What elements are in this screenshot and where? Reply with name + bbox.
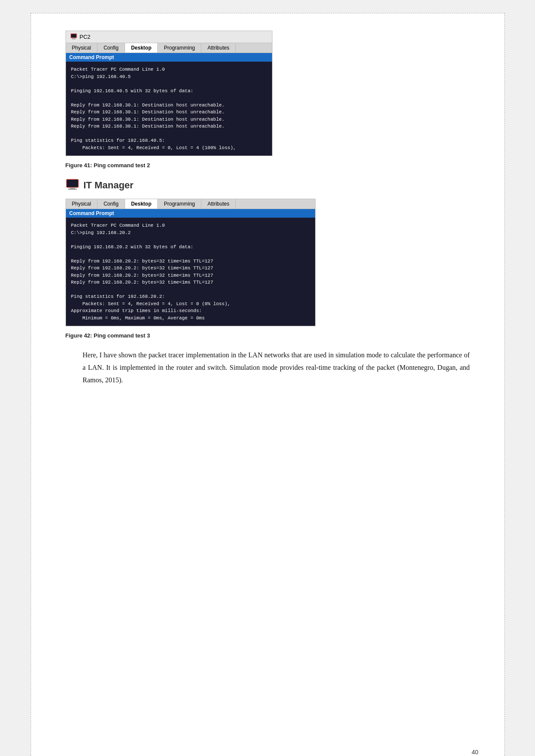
tab-programming-1[interactable]: Programming: [158, 43, 201, 53]
figure-42-block: Physical Config Desktop Programming Attr…: [66, 199, 470, 339]
pc2-titlebar: PC2: [66, 31, 272, 43]
cmd-line: Pinging 192.168.40.5 with 32 bytes of da…: [71, 87, 267, 95]
cmd-line: Reply from 192.168.20.2: bytes=32 time<1…: [71, 258, 310, 265]
cmd-line: Reply from 192.168.20.2: bytes=32 time<1…: [71, 279, 310, 286]
cmd-line: Packet Tracer PC Command Line 1.0: [71, 222, 310, 229]
page-number: 40: [472, 749, 479, 756]
tab-attributes-2[interactable]: Attributes: [201, 199, 236, 209]
cmd-line: Reply from 192.168.20.2: bytes=32 time<1…: [71, 265, 310, 272]
tab-physical-1[interactable]: Physical: [66, 43, 98, 53]
body-paragraph: Here, I have shown the packet tracer imp…: [66, 349, 470, 386]
pc2-window: PC2 Physical Config Desktop Programming …: [66, 31, 272, 156]
svg-rect-6: [70, 187, 75, 189]
it-manager-window: Physical Config Desktop Programming Attr…: [66, 199, 316, 326]
it-manager-header: IT Manager: [66, 177, 470, 194]
pc2-title: PC2: [80, 34, 91, 40]
page: PC2 Physical Config Desktop Programming …: [31, 13, 505, 756]
svg-rect-7: [68, 189, 77, 190]
cmd-line: [71, 130, 267, 137]
svg-rect-2: [72, 39, 76, 39]
cmd-line: [71, 236, 310, 244]
pc2-icon: [70, 33, 77, 41]
svg-rect-1: [72, 38, 75, 39]
cmd-line: [71, 286, 310, 294]
tab-config-2[interactable]: Config: [97, 199, 125, 209]
cmd-line: [71, 80, 267, 87]
cmd-line: Reply from 192.168.30.1: Destination hos…: [71, 109, 267, 116]
cmd-line: Reply from 192.168.30.1: Destination hos…: [71, 102, 267, 109]
cmd-body-1: Packet Tracer PC Command Line 1.0 C:\>pi…: [66, 62, 272, 156]
cmd-line: Reply from 192.168.30.1: Destination hos…: [71, 116, 267, 123]
cmd-line: [71, 94, 267, 102]
cmd-body-2: Packet Tracer PC Command Line 1.0 C:\>pi…: [66, 218, 315, 326]
svg-rect-3: [71, 34, 76, 37]
figure-41-block: PC2 Physical Config Desktop Programming …: [66, 31, 470, 169]
cmd-line: Minimum = 0ms, Maximum = 0ms, Average = …: [71, 315, 310, 322]
cmd-line: Packets: Sent = 4, Received = 0, Lost = …: [71, 144, 267, 152]
tab-desktop-1[interactable]: Desktop: [125, 43, 158, 53]
cmd-line: C:\>ping 192.168.40.5: [71, 73, 267, 81]
cmd-line: Approximate round trip times in milli-se…: [71, 307, 310, 315]
tab-config-1[interactable]: Config: [97, 43, 125, 53]
cmd-line: C:\>ping 192.168.20.2: [71, 229, 310, 237]
it-manager-label: IT Manager: [84, 180, 134, 191]
cmd-line: [71, 250, 310, 258]
cmd-line: Packets: Sent = 4, Received = 4, Lost = …: [71, 300, 310, 308]
cmd-line: Reply from 192.168.20.2: bytes=32 time<1…: [71, 272, 310, 279]
cmd-line: Reply from 192.168.30.1: Destination hos…: [71, 123, 267, 130]
cmd-line: Packet Tracer PC Command Line 1.0: [71, 66, 267, 73]
pc2-tabs: Physical Config Desktop Programming Attr…: [66, 43, 272, 53]
cmd-titlebar-1: Command Prompt: [66, 53, 272, 62]
tab-desktop-2[interactable]: Desktop: [125, 199, 158, 209]
figure-41-caption: Figure 41: Ping command test 2: [66, 162, 470, 169]
figure-42-caption: Figure 42: Ping command test 3: [66, 332, 470, 339]
cmd-titlebar-2: Command Prompt: [66, 209, 315, 218]
tab-attributes-1[interactable]: Attributes: [201, 43, 236, 53]
tab-programming-2[interactable]: Programming: [158, 199, 201, 209]
cmd-line: Pinging 192.168.20.2 with 32 bytes of da…: [71, 244, 310, 251]
cmd-line: Ping statistics for 192.168.20.2:: [71, 293, 310, 300]
it-manager-icon: [66, 177, 79, 194]
cmd-line: Ping statistics for 192.168.40.5:: [71, 137, 267, 144]
it-manager-tabs: Physical Config Desktop Programming Attr…: [66, 199, 315, 209]
tab-physical-2[interactable]: Physical: [66, 199, 98, 209]
svg-rect-5: [67, 180, 78, 187]
